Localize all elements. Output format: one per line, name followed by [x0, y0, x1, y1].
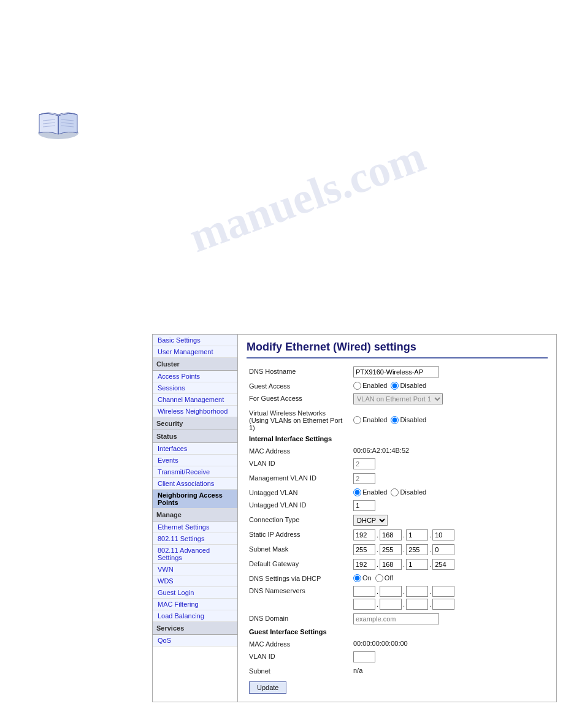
- subnet-mask-group: . . .: [353, 544, 545, 555]
- gw-4[interactable]: [432, 559, 454, 570]
- sidebar-group-manage: Manage: [153, 509, 237, 521]
- sidebar-item-user-management[interactable]: User Management: [153, 346, 237, 358]
- sidebar-item-interfaces[interactable]: Interfaces: [153, 443, 237, 455]
- virtual-wireless-disabled-radio[interactable]: [391, 416, 399, 424]
- sidebar-group-status: Status: [153, 430, 237, 443]
- sidebar-item-80211-settings[interactable]: 802.11 Settings: [153, 533, 237, 545]
- dns-off-label[interactable]: Off: [375, 574, 393, 582]
- main-layout: Basic Settings User Management Cluster A…: [152, 334, 557, 702]
- sidebar-item-80211-advanced[interactable]: 802.11 Advanced Settings: [153, 545, 237, 564]
- sidebar-item-wds[interactable]: WDS: [153, 575, 237, 587]
- subnet-4[interactable]: [432, 544, 454, 555]
- virtual-wireless-label: Virtual Wireless Networks (Using VLANs o…: [247, 406, 351, 433]
- mgmt-vlan-id-input[interactable]: [353, 473, 375, 484]
- sidebar-group-cluster: Cluster: [153, 358, 237, 371]
- guest-access-disabled-label[interactable]: Disabled: [391, 382, 426, 390]
- subnet-2[interactable]: [380, 544, 402, 555]
- subnet-1[interactable]: [353, 544, 375, 555]
- sidebar-item-sessions[interactable]: Sessions: [153, 382, 237, 394]
- guest-vlan-id-input[interactable]: [353, 651, 375, 662]
- dns-ns1-4[interactable]: [432, 586, 454, 597]
- sidebar-item-mac-filtering[interactable]: MAC Filtering: [153, 599, 237, 610]
- gw-2[interactable]: [380, 559, 402, 570]
- dns-ns2-3[interactable]: [406, 599, 428, 610]
- guest-subnet-label: Subnet: [247, 664, 351, 677]
- update-button[interactable]: Update: [249, 681, 286, 694]
- dns-ns1-3[interactable]: [406, 586, 428, 597]
- untagged-vlan-id-input[interactable]: [353, 500, 375, 511]
- dns-on-label[interactable]: On: [353, 574, 372, 582]
- internal-interface-header: Internal Interface Settings: [247, 433, 548, 444]
- sidebar-item-load-balancing[interactable]: Load Balancing: [153, 610, 237, 622]
- guest-mac-value: 00:00:00:00:00:00: [351, 637, 548, 650]
- virtual-wireless-disabled-label[interactable]: Disabled: [391, 416, 426, 424]
- untagged-vlan-enabled-radio[interactable]: [353, 488, 361, 496]
- sidebar-item-events[interactable]: Events: [153, 455, 237, 466]
- untagged-vlan-disabled-label[interactable]: Disabled: [391, 488, 426, 496]
- untagged-vlan-disabled-radio[interactable]: [391, 488, 399, 496]
- sidebar-item-wireless-neighborhood[interactable]: Wireless Neighborhood: [153, 406, 237, 417]
- sidebar-group-services: Services: [153, 622, 237, 635]
- guest-vlan-id-label: VLAN ID: [247, 650, 351, 664]
- guest-access-disabled-radio[interactable]: [391, 382, 399, 390]
- default-gw-group: . . .: [353, 559, 545, 570]
- book-icon: [37, 107, 80, 141]
- dns-ns1-1[interactable]: [353, 586, 375, 597]
- gw-1[interactable]: [353, 559, 375, 570]
- sidebar-item-client-associations[interactable]: Client Associations: [153, 478, 237, 490]
- mac-address-value: 00:06:A2:01:4B:52: [351, 444, 548, 457]
- settings-form: DNS Hostname Guest Access Enabled: [247, 365, 548, 696]
- guest-interface-header: Guest Interface Settings: [247, 626, 548, 637]
- sidebar-item-channel-management[interactable]: Channel Management: [153, 394, 237, 406]
- static-ip-4[interactable]: [432, 529, 454, 540]
- untagged-vlan-id-label: Untagged VLAN ID: [247, 498, 351, 513]
- sidebar-item-ethernet-settings[interactable]: Ethernet Settings: [153, 521, 237, 533]
- dns-domain-input[interactable]: [353, 613, 439, 624]
- dns-hostname-input[interactable]: [353, 366, 439, 377]
- guest-access-enabled-radio[interactable]: [353, 382, 361, 390]
- untagged-vlan-enabled-label[interactable]: Enabled: [353, 488, 387, 496]
- sidebar-item-transmit-receive[interactable]: Transmit/Receive: [153, 466, 237, 478]
- dns-off-radio[interactable]: [375, 574, 383, 582]
- subnet-3[interactable]: [406, 544, 428, 555]
- default-gw-label: Default Gateway: [247, 557, 351, 572]
- connection-type-select[interactable]: DHCP Static: [353, 515, 388, 526]
- static-ip-1[interactable]: [353, 529, 375, 540]
- for-guest-access-select[interactable]: VLAN on Ethernet Port 1: [353, 393, 443, 404]
- sidebar-item-vwn[interactable]: VWN: [153, 564, 237, 575]
- logo-area: [37, 107, 80, 143]
- static-ip-3[interactable]: [406, 529, 428, 540]
- sidebar-item-basic-settings[interactable]: Basic Settings: [153, 335, 237, 346]
- gw-3[interactable]: [406, 559, 428, 570]
- virtual-wireless-enabled-label[interactable]: Enabled: [353, 416, 387, 424]
- dns-ns1-2[interactable]: [380, 586, 402, 597]
- page-title: Modify Ethernet (Wired) settings: [247, 341, 548, 358]
- dns-domain-label: DNS Domain: [247, 612, 351, 626]
- untagged-vlan-label: Untagged VLAN: [247, 486, 351, 498]
- dns-ns2-4[interactable]: [432, 599, 454, 610]
- static-ip-2[interactable]: [380, 529, 402, 540]
- main-content: Modify Ethernet (Wired) settings DNS Hos…: [238, 334, 557, 702]
- sidebar: Basic Settings User Management Cluster A…: [152, 334, 238, 702]
- guest-mac-label: MAC Address: [247, 637, 351, 650]
- sidebar-item-access-points[interactable]: Access Points: [153, 371, 237, 382]
- dns-on-radio[interactable]: [353, 574, 361, 582]
- static-ip-group: . . .: [353, 529, 545, 540]
- static-ip-label: Static IP Address: [247, 528, 351, 542]
- sidebar-item-qos[interactable]: QoS: [153, 635, 237, 646]
- dns-nameservers-group: . . . . .: [353, 586, 545, 610]
- dns-ns2-1[interactable]: [353, 599, 375, 610]
- dns-ns1-group: . . .: [353, 586, 545, 597]
- vlan-id-label: VLAN ID: [247, 457, 351, 471]
- guest-access-enabled-label[interactable]: Enabled: [353, 382, 387, 390]
- connection-type-label: Connection Type: [247, 513, 351, 528]
- vlan-id-input[interactable]: [353, 458, 375, 469]
- sidebar-item-guest-login[interactable]: Guest Login: [153, 587, 237, 599]
- dns-hostname-label: DNS Hostname: [247, 365, 351, 379]
- dns-ns2-group: . . .: [353, 599, 545, 610]
- dns-ns2-2[interactable]: [380, 599, 402, 610]
- dns-via-dhcp-radio-group: On Off: [353, 574, 545, 582]
- virtual-wireless-enabled-radio[interactable]: [353, 416, 361, 424]
- sidebar-item-neighboring-access-points[interactable]: Neighboring Access Points: [153, 490, 237, 509]
- guest-access-radio-group: Enabled Disabled: [353, 382, 545, 390]
